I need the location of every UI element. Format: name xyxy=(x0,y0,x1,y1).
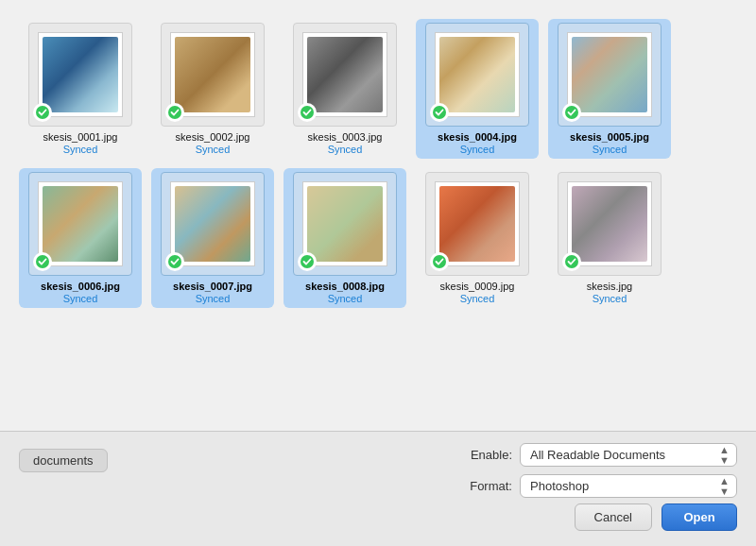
file-item[interactable]: skesis_0005.jpg Synced xyxy=(548,19,671,159)
thumb-inner xyxy=(567,32,652,117)
enable-select[interactable]: All Readable DocumentsAll DocumentsJPEGP… xyxy=(520,443,737,467)
svg-point-2 xyxy=(301,106,314,119)
file-item[interactable]: skesis.jpg Synced xyxy=(548,168,671,308)
sync-badge xyxy=(562,103,581,122)
file-status: Synced xyxy=(328,144,363,155)
svg-point-3 xyxy=(433,106,446,119)
file-item[interactable]: skesis_0007.jpg Synced xyxy=(151,168,274,308)
sync-badge xyxy=(33,103,52,122)
file-status: Synced xyxy=(593,293,627,304)
file-browser: skesis_0001.jpg Synced skesis_0002.jpg S… xyxy=(0,0,756,546)
thumb-inner xyxy=(38,181,123,266)
file-name: skesis_0007.jpg xyxy=(173,281,252,292)
enable-row: Enable: All Readable DocumentsAll Docume… xyxy=(340,443,737,467)
file-name: skesis_0006.jpg xyxy=(41,281,120,292)
file-status: Synced xyxy=(460,293,495,304)
file-name: skesis_0003.jpg xyxy=(308,131,383,143)
cancel-button[interactable]: Cancel xyxy=(575,503,652,531)
thumb-wrapper xyxy=(28,172,132,276)
file-name: skesis_0004.jpg xyxy=(438,131,517,143)
right-panel: Enable: All Readable DocumentsAll Docume… xyxy=(340,443,737,498)
thumb-wrapper xyxy=(161,23,265,127)
sync-badge xyxy=(165,103,184,122)
thumb-inner xyxy=(435,32,520,117)
file-item[interactable]: skesis_0002.jpg Synced xyxy=(151,19,274,159)
sync-badge xyxy=(430,252,449,271)
file-status: Synced xyxy=(196,293,231,304)
thumb-wrapper xyxy=(161,172,265,276)
thumb-wrapper xyxy=(425,23,529,127)
file-item[interactable]: skesis_0009.jpg Synced xyxy=(416,168,539,308)
left-panel: documents xyxy=(19,443,108,472)
file-status: Synced xyxy=(63,293,98,304)
thumb-inner xyxy=(170,181,255,266)
format-row: Format: PhotoshopTIFFJPEGPNGBMP ▲▼ xyxy=(340,474,737,498)
thumb-wrapper xyxy=(293,172,397,276)
file-status: Synced xyxy=(593,144,627,155)
sync-badge xyxy=(430,103,449,122)
sync-badge xyxy=(298,252,317,271)
thumb-inner xyxy=(302,181,387,266)
open-button[interactable]: Open xyxy=(662,503,737,531)
thumb-inner xyxy=(170,32,255,117)
thumb-inner xyxy=(435,181,520,266)
thumb-wrapper xyxy=(558,172,662,276)
documents-button[interactable]: documents xyxy=(19,449,108,472)
thumb-inner xyxy=(567,181,652,266)
svg-point-9 xyxy=(565,255,578,268)
file-name: skesis_0002.jpg xyxy=(176,131,250,143)
file-status: Synced xyxy=(460,144,495,155)
svg-point-0 xyxy=(36,106,49,119)
sync-badge xyxy=(33,252,52,271)
thumb-wrapper xyxy=(293,23,397,127)
file-item[interactable]: skesis_0008.jpg Synced xyxy=(284,168,406,308)
file-status: Synced xyxy=(196,144,231,155)
file-name: skesis_0009.jpg xyxy=(440,281,515,292)
thumb-wrapper xyxy=(558,23,662,127)
file-name: skesis_0008.jpg xyxy=(305,281,385,292)
sync-badge xyxy=(562,252,581,271)
file-name: skesis.jpg xyxy=(587,281,632,292)
file-item[interactable]: skesis_0003.jpg Synced xyxy=(284,19,406,159)
file-name: skesis_0001.jpg xyxy=(43,131,118,143)
file-item[interactable]: skesis_0001.jpg Synced xyxy=(19,19,142,159)
svg-point-7 xyxy=(301,255,314,268)
file-grid: skesis_0001.jpg Synced skesis_0002.jpg S… xyxy=(0,0,756,431)
file-status: Synced xyxy=(328,293,363,304)
file-status: Synced xyxy=(63,144,98,155)
file-item[interactable]: skesis_0006.jpg Synced xyxy=(19,168,142,308)
thumb-wrapper xyxy=(425,172,529,276)
svg-point-4 xyxy=(565,106,578,119)
svg-point-1 xyxy=(168,106,181,119)
thumb-inner xyxy=(38,32,123,117)
format-select[interactable]: PhotoshopTIFFJPEGPNGBMP xyxy=(520,474,737,498)
enable-select-wrapper: All Readable DocumentsAll DocumentsJPEGP… xyxy=(520,443,737,467)
svg-point-5 xyxy=(36,255,49,268)
action-row: Cancel Open xyxy=(19,503,737,531)
svg-point-6 xyxy=(168,255,181,268)
thumb-inner xyxy=(302,32,387,117)
svg-point-8 xyxy=(433,255,446,268)
thumb-wrapper xyxy=(28,23,132,127)
file-row-1: skesis_0001.jpg Synced skesis_0002.jpg S… xyxy=(19,19,737,159)
enable-label: Enable: xyxy=(460,448,512,462)
bottom-bar: documents Enable: All Readable Documents… xyxy=(0,431,756,546)
sync-badge xyxy=(165,252,184,271)
file-name: skesis_0005.jpg xyxy=(570,131,649,143)
format-label: Format: xyxy=(460,479,512,493)
format-select-wrapper: PhotoshopTIFFJPEGPNGBMP ▲▼ xyxy=(520,474,737,498)
file-item[interactable]: skesis_0004.jpg Synced xyxy=(416,19,539,159)
sync-badge xyxy=(298,103,317,122)
file-row-2: skesis_0006.jpg Synced skesis_0007.jpg S… xyxy=(19,168,737,308)
